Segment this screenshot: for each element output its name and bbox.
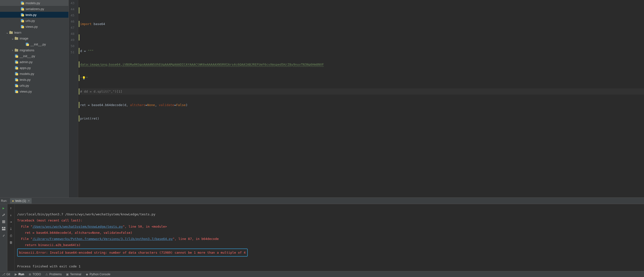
tree-file[interactable]: serializers.py <box>0 6 68 12</box>
python-file-icon <box>25 43 30 46</box>
python-file-icon <box>20 25 24 28</box>
svg-rect-30 <box>2 229 6 230</box>
console-output[interactable]: /usr/local/bin/python3.7 /Users/wyc/work… <box>15 204 644 271</box>
layout-icon[interactable] <box>1 226 6 231</box>
tree-file[interactable]: tests.py <box>0 77 68 83</box>
tree-file[interactable]: views.py <box>0 88 68 94</box>
svg-rect-9 <box>22 26 24 28</box>
code-line <box>80 7 644 14</box>
up-icon[interactable]: ↑ <box>8 205 14 210</box>
list-icon: ≣ <box>28 272 32 276</box>
tree-folder[interactable]: ⌄learn <box>0 30 68 35</box>
code-line <box>80 34 644 41</box>
down-icon[interactable]: ↓ <box>8 212 14 217</box>
console-line: Traceback (most recent call last): <box>17 218 82 222</box>
console-line: /usr/local/bin/python3.7 /Users/wyc/work… <box>17 212 156 216</box>
tree-file[interactable]: tests.py <box>0 12 68 18</box>
tree-file[interactable]: apps.py <box>0 65 68 71</box>
tree-file[interactable]: urls.py <box>0 83 68 88</box>
pin-icon[interactable] <box>1 233 6 238</box>
tree-file[interactable]: admin.py <box>0 59 68 65</box>
tree-item-label: migrations <box>20 48 34 52</box>
rerun-icon[interactable]: ▶ <box>1 205 6 210</box>
terminal-tool-button[interactable]: ▣Terminal <box>66 272 81 276</box>
file-link[interactable]: /Library/Frameworks/Python.framework/Ver… <box>32 237 173 241</box>
code-line: data:image/png;base64,iVBORw0KGgoAAAANSU… <box>80 61 644 68</box>
problems-tool-button[interactable]: ⚠Problems <box>45 272 62 276</box>
run-tool-window: Run: ● tests (1) × ▶ <box>0 197 644 271</box>
tree-item-label: tests.py <box>26 13 36 17</box>
svg-rect-15 <box>16 61 18 64</box>
line-number: 48 <box>71 31 74 37</box>
svg-rect-23 <box>16 85 18 87</box>
python-icon: ● <box>12 199 14 203</box>
tree-item-label: urls.py <box>20 84 29 87</box>
stop-icon[interactable] <box>1 219 6 224</box>
tree-file[interactable]: views.py <box>0 24 68 30</box>
line-number: 50 <box>71 43 74 49</box>
error-highlight: binascii.Error: Invalid base64-encoded s… <box>17 248 248 257</box>
tree-file[interactable]: models.py <box>0 0 68 6</box>
code-line: # dd = d.split(",")[1] <box>80 88 644 95</box>
python-file-icon <box>20 13 24 17</box>
run-tab[interactable]: ● tests (1) × <box>10 198 32 204</box>
tree-file[interactable]: __init__.py <box>0 41 68 47</box>
file-link[interactable]: /Users/wyc/work/wechatSystem/knowLedge/t… <box>32 225 123 228</box>
print-icon[interactable]: ⎙ <box>8 233 14 238</box>
svg-rect-11 <box>26 44 29 46</box>
todo-tool-button[interactable]: ≣TODO <box>28 272 41 276</box>
svg-rect-27 <box>2 220 5 223</box>
tree-item-label: urls.py <box>26 19 35 23</box>
trash-icon[interactable]: 🗑 <box>8 240 14 245</box>
tree-folder[interactable]: ⌄image <box>0 35 68 41</box>
tree-folder[interactable]: ›migrations <box>0 47 68 53</box>
chevron-icon[interactable]: ⌄ <box>11 37 14 40</box>
line-number: 47 <box>71 25 74 31</box>
terminal-icon: ▣ <box>66 272 69 276</box>
console-line: return binascii.a2b_base64(s) <box>17 243 80 247</box>
console-line: ret = base64.b64decode(d, altchars=None,… <box>17 231 132 234</box>
line-number: 46 <box>71 19 74 25</box>
python-file-icon <box>14 60 19 64</box>
run-panel-title: Run: <box>1 199 7 203</box>
git-tool-button[interactable]: ⎇Git <box>2 272 10 276</box>
python-file-icon <box>14 78 19 81</box>
tree-item-label: admin.py <box>20 60 32 64</box>
main-split: models.pyserializers.pytests.pyurls.pyvi… <box>0 0 644 197</box>
code-line: "💡" <box>80 75 644 81</box>
python-icon: ◆ <box>85 272 88 276</box>
tree-file[interactable]: models.py <box>0 71 68 77</box>
python-file-icon <box>20 19 24 22</box>
chevron-icon[interactable]: ⌄ <box>6 31 9 34</box>
tree-file[interactable]: __init__.py <box>0 53 68 59</box>
code-area[interactable]: import base64 d = """ data:image/png;bas… <box>78 0 644 197</box>
console-line: File "/Library/Frameworks/Python.framewo… <box>17 237 219 241</box>
wrench-icon[interactable] <box>1 212 6 217</box>
line-number: 49 <box>71 37 74 43</box>
run-tab-label: tests (1) <box>16 199 26 203</box>
svg-rect-29 <box>4 227 6 228</box>
warning-icon: ⚠ <box>45 272 48 276</box>
project-tree[interactable]: models.pyserializers.pytests.pyurls.pyvi… <box>0 0 69 197</box>
python-file-icon <box>14 84 19 87</box>
svg-rect-5 <box>22 14 24 17</box>
scroll-to-end-icon[interactable]: ⤓ <box>8 226 14 231</box>
python-file-icon <box>20 1 24 5</box>
soft-wrap-icon[interactable]: ⇥ <box>8 219 14 224</box>
line-number: 45 <box>71 12 74 19</box>
console-line: File "/Users/wyc/work/wechatSystem/knowL… <box>17 225 167 228</box>
svg-rect-25 <box>16 91 18 93</box>
code-editor[interactable]: 434445464748495051 import base64 d = """… <box>69 0 644 197</box>
close-icon[interactable]: × <box>28 199 30 203</box>
code-line: d = """ <box>80 48 644 54</box>
intention-bulb-icon[interactable]: 💡 <box>82 76 86 80</box>
python-file-icon <box>14 66 19 70</box>
run-tool-button[interactable]: ▶Run <box>14 272 24 276</box>
run-body: ▶ ↑ ↓ ⇥ ⤓ ⎙ 🗑 <box>0 204 644 271</box>
run-side-toolbar-1: ▶ <box>0 204 7 271</box>
svg-rect-7 <box>22 20 24 22</box>
python-console-tool-button[interactable]: ◆Python Console <box>85 272 110 276</box>
tree-file[interactable]: urls.py <box>0 18 68 24</box>
gutter: 434445464748495051 <box>69 0 78 197</box>
chevron-icon[interactable]: › <box>11 48 14 52</box>
